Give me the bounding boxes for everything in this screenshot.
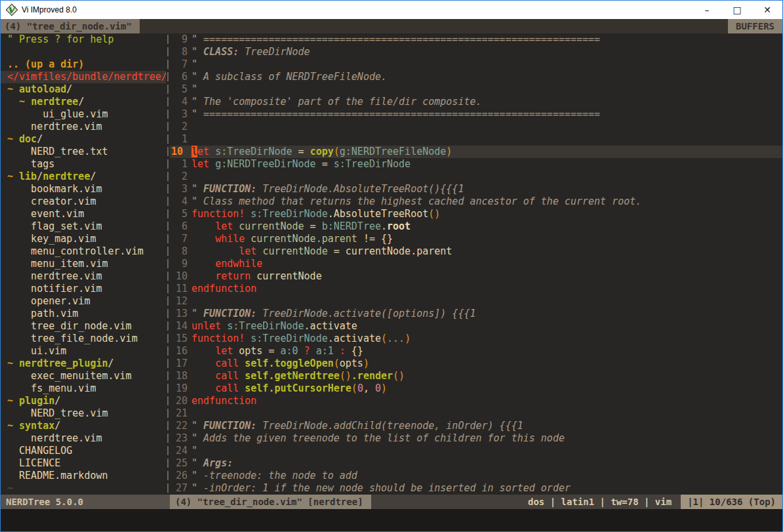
tree-item[interactable]: path.vim <box>1 308 166 320</box>
code-line[interactable]: 2 <box>170 171 782 183</box>
tree-item-text: fs_menu.vim <box>3 382 96 395</box>
line-number: 13 <box>170 308 188 320</box>
code-line[interactable]: 7" <box>170 58 782 71</box>
code-line[interactable]: 7 while currentNode.parent != {} <box>170 233 782 245</box>
code-line[interactable]: 26" -treenode: the node to add <box>170 470 782 482</box>
code-line[interactable]: 21 <box>170 407 782 420</box>
tree-item-text: tree_dir_node.vim <box>3 320 132 333</box>
code-line[interactable]: 5" <box>170 83 782 96</box>
tree-item[interactable]: opener.vim <box>1 295 166 308</box>
code-line[interactable]: 20endfunction <box>170 395 782 407</box>
tree-item[interactable]: ~ syntax/ <box>1 420 166 432</box>
code-line[interactable]: 6 let currentNode = b:NERDTree.root <box>170 220 782 233</box>
tree-item[interactable]: menu_controller.vim <box>1 245 166 258</box>
tree-item[interactable]: </vimfiles/bundle/nerdtree/ <box>1 71 166 83</box>
code-line[interactable]: 1let g:NERDTreeDirNode = s:TreeDirNode <box>170 158 782 171</box>
code-line-text: " FUNCTION: TreeDirNode.AbsoluteTreeRoot… <box>188 183 464 195</box>
tree-item[interactable]: bookmark.vim <box>1 183 166 195</box>
tree-item[interactable]: " Press ? for help <box>1 33 166 46</box>
code-line[interactable]: 1 <box>170 133 782 146</box>
tree-item[interactable]: nerdtree.vim <box>1 121 166 133</box>
code-line[interactable]: 23" Adds the given treenode to the list … <box>170 432 782 445</box>
code-line[interactable]: 4" Class method that returns the highest… <box>170 195 782 208</box>
code-line[interactable]: 8 let currentNode = currentNode.parent <box>170 245 782 258</box>
code-line[interactable]: 10let s:TreeDirNode = copy(g:NERDTreeFil… <box>170 146 782 158</box>
code-line-text <box>188 121 191 133</box>
line-number: 5 <box>170 208 188 220</box>
tree-item[interactable]: NERD_tree.vim <box>1 407 166 420</box>
tree-item[interactable]: LICENCE <box>1 457 166 470</box>
tree-item[interactable]: tree_file_node.vim <box>1 333 166 345</box>
code-line[interactable]: 25" Args: <box>170 457 782 470</box>
line-number: 6 <box>170 71 188 83</box>
tree-item[interactable]: ~ lib/nerdtree/ <box>1 171 166 183</box>
tree-item[interactable]: key_map.vim <box>1 233 166 245</box>
close-button[interactable]: ✕ <box>752 1 782 19</box>
line-number: 4 <box>170 195 188 208</box>
tab-active-buffer[interactable]: (4) "tree_dir_node.vim" <box>1 19 140 33</box>
tree-item[interactable]: fs_menu.vim <box>1 382 166 395</box>
code-line[interactable]: 9 endwhile <box>170 258 782 270</box>
line-number: 16 <box>170 345 188 358</box>
code-line-text: let g:NERDTreeDirNode = s:TreeDirNode <box>188 158 411 171</box>
tree-item[interactable]: .. (up a dir) <box>1 58 166 71</box>
tree-item[interactable]: ~ doc/ <box>1 133 166 146</box>
tree-item[interactable]: event.vim <box>1 208 166 220</box>
code-line[interactable]: 18 call self.getNerdtree().render() <box>170 370 782 382</box>
tree-item[interactable]: ui_glue.vim <box>1 108 166 121</box>
code-line[interactable]: 19 call self.putCursorHere(0, 0) <box>170 382 782 395</box>
code-line[interactable]: 9" =====================================… <box>170 33 782 46</box>
code-line[interactable]: 17 call self.toggleOpen(opts) <box>170 358 782 370</box>
code-line-text: " A subclass of NERDTreeFileNode. <box>188 71 387 83</box>
tree-item[interactable]: nerdtree.vim <box>1 432 166 445</box>
code-line[interactable]: 2 <box>170 121 782 133</box>
code-line[interactable]: 22" FUNCTION: TreeDirNode.addChild(treen… <box>170 420 782 432</box>
tree-item[interactable]: nerdtree.vim <box>1 270 166 283</box>
code-line[interactable]: 27" -inOrder: 1 if the new node should b… <box>170 482 782 495</box>
code-line[interactable]: 15function! s:TreeDirNode.activate(...) <box>170 333 782 345</box>
line-number: 17 <box>170 358 188 370</box>
tree-item[interactable] <box>1 46 166 58</box>
tree-item[interactable]: ~ plugin/ <box>1 395 166 407</box>
code-line[interactable]: 14unlet s:TreeDirNode.activate <box>170 320 782 333</box>
tree-item[interactable]: README.markdown <box>1 470 166 482</box>
tree-item[interactable]: exec_menuitem.vim <box>1 370 166 382</box>
code-line[interactable]: 6" A subclass of NERDTreeFileNode. <box>170 71 782 83</box>
code-line-text: while currentNode.parent != {} <box>188 233 393 245</box>
tree-item[interactable]: ~ <box>1 482 166 495</box>
code-line[interactable]: 5function! s:TreeDirNode.AbsoluteTreeRoo… <box>170 208 782 220</box>
tree-item[interactable]: ui.vim <box>1 345 166 358</box>
tree-item-text: creator.vim <box>3 195 96 208</box>
minimize-button[interactable]: – <box>692 1 722 19</box>
tree-item[interactable]: CHANGELOG <box>1 445 166 457</box>
tree-item[interactable]: ~ nerdtree_plugin/ <box>1 358 166 370</box>
command-line[interactable] <box>1 509 782 531</box>
code-line[interactable]: 16 let opts = a:0 ? a:1 : {} <box>170 345 782 358</box>
tree-item[interactable]: creator.vim <box>1 195 166 208</box>
code-line[interactable]: 3" =====================================… <box>170 108 782 121</box>
tree-item[interactable]: ~ autoload/ <box>1 83 166 96</box>
code-line[interactable]: 12 <box>170 295 782 308</box>
code-line-text: return currentNode <box>188 270 322 283</box>
code-line[interactable]: 11endfunction <box>170 283 782 295</box>
tree-item[interactable]: flag_set.vim <box>1 220 166 233</box>
tree-item[interactable]: tree_dir_node.vim <box>1 320 166 333</box>
code-line[interactable]: 24" <box>170 445 782 457</box>
code-line[interactable]: 3" FUNCTION: TreeDirNode.AbsoluteTreeRoo… <box>170 183 782 195</box>
code-line[interactable]: 10 return currentNode <box>170 270 782 283</box>
code-line-text: " The 'composite' part of the file/dir c… <box>188 96 482 108</box>
statusline-flags: dos | latin1 | tw=78 | vim <box>528 495 681 509</box>
code-line[interactable]: 13" FUNCTION: TreeDirNode.activate([opti… <box>170 308 782 320</box>
tree-item[interactable]: menu_item.vim <box>1 258 166 270</box>
tree-item[interactable]: NERD_tree.txt <box>1 146 166 158</box>
tree-item[interactable]: ~ nerdtree/ <box>1 96 166 108</box>
code-line[interactable]: 4" The 'composite' part of the file/dir … <box>170 96 782 108</box>
code-line-text: endfunction <box>188 395 256 407</box>
maximize-button[interactable]: □ <box>722 1 752 19</box>
tree-item-text: notifier.vim <box>3 283 102 295</box>
tab-buffers-label[interactable]: BUFFERS <box>728 19 782 33</box>
code-line[interactable]: 8" CLASS: TreeDirNode <box>170 46 782 58</box>
line-number: 10 <box>170 146 188 158</box>
tree-item[interactable]: tags <box>1 158 166 171</box>
tree-item[interactable]: notifier.vim <box>1 283 166 295</box>
